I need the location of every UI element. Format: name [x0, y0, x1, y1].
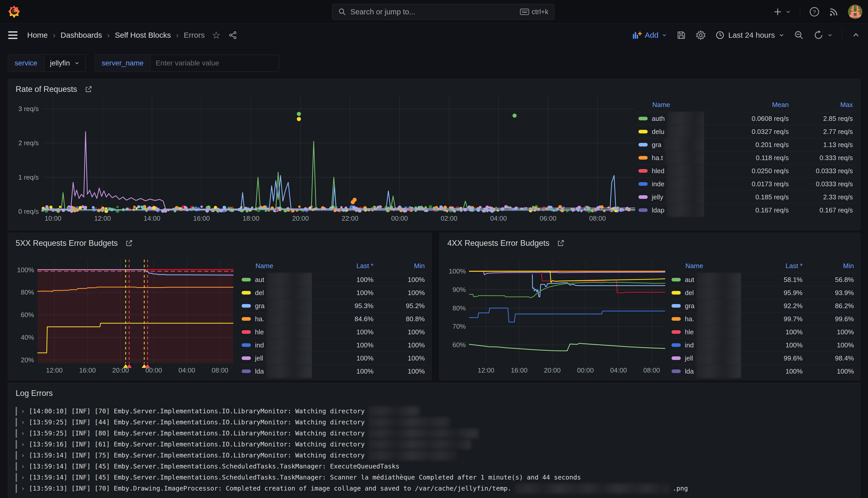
legend-row[interactable]: lda100%100%	[240, 365, 426, 378]
legend-series-swatch	[638, 208, 647, 212]
x-axis-tick-label: 12:00	[478, 366, 494, 374]
expand-log-icon[interactable]: ›	[21, 452, 25, 459]
time-range-picker[interactable]: Last 24 hours	[716, 30, 785, 40]
log-level-bar	[16, 451, 17, 460]
annotation-marker-icon[interactable]	[145, 364, 150, 368]
legend-row[interactable]: jell99.6%98.4%	[670, 352, 855, 365]
legend-value: 100%	[373, 276, 425, 284]
legend-row[interactable]: del95.9%93.9%	[670, 286, 855, 299]
legend-header-last[interactable]: Last *	[741, 262, 803, 270]
breadcrumb-item-dashboards[interactable]: Dashboards	[61, 31, 102, 40]
external-link-icon[interactable]	[557, 239, 565, 247]
annotation-marker-icon[interactable]	[127, 364, 132, 368]
legend-row[interactable]: auth0.0608 req/s2.85 req/s	[637, 112, 854, 125]
legend-row[interactable]: delu0.0327 req/s2.77 req/s	[637, 125, 854, 138]
log-line[interactable]: ›[13:59:25] [INF] [44] Emby.Server.Imple…	[16, 417, 852, 428]
log-line[interactable]: ›[14:00:10] [INF] [70] Emby.Server.Imple…	[16, 406, 852, 417]
add-panel-icon	[632, 31, 642, 40]
legend-header-mean[interactable]: Mean	[704, 101, 789, 109]
legend-header-last[interactable]: Last *	[312, 262, 373, 270]
add-panel-button[interactable]: Add	[632, 31, 667, 40]
legend-row[interactable]: gra0.201 req/s1.13 req/s	[637, 138, 854, 151]
legend-row[interactable]: ind100%100%	[240, 338, 426, 352]
grafana-logo-icon[interactable]	[7, 5, 21, 19]
legend-row[interactable]: ha.t0.118 req/s0.333 req/s	[637, 151, 854, 164]
expand-log-icon[interactable]: ›	[21, 408, 25, 415]
redacted-log-text	[368, 406, 419, 416]
expand-log-icon[interactable]: ›	[21, 441, 25, 448]
legend-row[interactable]: del100%100%	[240, 286, 426, 299]
expand-log-icon[interactable]: ›	[21, 419, 25, 426]
y-axis-tick-label: 80%	[453, 304, 466, 312]
expand-log-icon[interactable]: ›	[21, 430, 25, 437]
variable-service-label: service	[8, 54, 44, 72]
breadcrumb-item-home[interactable]: Home	[27, 31, 48, 40]
legend-header-name[interactable]: Name	[638, 101, 704, 109]
legend-row[interactable]: hle100%100%	[670, 325, 855, 338]
log-line[interactable]: ›[13:59:14] [INF] [45] Emby.Server.Imple…	[16, 461, 852, 472]
legend-row[interactable]: gra92.2%86.2%	[670, 299, 855, 312]
zoom-out-time-icon[interactable]	[794, 30, 804, 40]
x-axis-tick-label: 08:00	[212, 366, 228, 374]
legend-header-name[interactable]: Name	[671, 262, 741, 270]
legend-row[interactable]: gra95.3%95.2%	[240, 299, 426, 312]
help-button[interactable]: ?	[809, 6, 820, 17]
new-button[interactable]	[773, 7, 791, 17]
refresh-button[interactable]	[813, 30, 833, 40]
panel-title[interactable]: Log Errors	[16, 389, 53, 398]
expand-log-icon[interactable]: ›	[21, 474, 25, 481]
user-avatar[interactable]	[848, 5, 862, 19]
legend-row[interactable]: jell100%100%	[240, 352, 426, 365]
legend-value: 100%	[741, 341, 803, 349]
legend-value: 100%	[803, 328, 854, 336]
variable-service-select[interactable]: jellyfin	[44, 54, 86, 72]
legend-header-min[interactable]: Min	[373, 262, 425, 270]
share-icon[interactable]	[228, 30, 238, 40]
legend-row[interactable]: jelly0.185 req/s2.33 req/s	[637, 191, 854, 204]
legend-row[interactable]: ind100%100%	[670, 338, 855, 352]
legend-value: 100%	[312, 367, 373, 375]
legend-row[interactable]: hled0.0250 req/s0.0333 req/s	[637, 164, 854, 177]
panel-title[interactable]: Rate of Requests	[16, 85, 93, 94]
y-axis-tick-label: 90%	[453, 286, 466, 293]
legend-row[interactable]: aut100%100%	[240, 273, 426, 286]
kiosk-mode-icon[interactable]	[852, 31, 860, 40]
panel-title[interactable]: 4XX Requests Error Budgets	[448, 239, 565, 248]
legend-header-name[interactable]: Name	[242, 262, 312, 270]
legend-header-min[interactable]: Min	[803, 262, 854, 270]
legend-row[interactable]: ha.99.7%99.6%	[670, 312, 855, 325]
chevron-down-icon	[74, 60, 80, 66]
search-input[interactable]: Search or jump to... ctrl+k	[332, 4, 554, 20]
log-line[interactable]: ›[13:59:13] [INF] [70] Emby.Drawing.Imag…	[16, 483, 852, 494]
legend-row[interactable]: hle100%100%	[240, 325, 426, 338]
legend-header-max[interactable]: Max	[789, 101, 853, 109]
external-link-icon[interactable]	[125, 239, 133, 247]
log-level-bar	[16, 440, 17, 449]
log-text: [13:59:25] [INF] [44] Emby.Server.Implem…	[29, 418, 364, 426]
legend-series-swatch	[242, 343, 251, 347]
redacted-series-name	[697, 273, 741, 287]
save-dashboard-icon[interactable]	[677, 30, 686, 40]
log-line[interactable]: ›[13:59:14] [INF] [75] Emby.Server.Imple…	[16, 450, 852, 461]
dashboard-settings-icon[interactable]	[695, 30, 706, 41]
menu-toggle-icon[interactable]	[8, 31, 18, 40]
expand-log-icon[interactable]: ›	[21, 463, 25, 470]
series-line-aut	[469, 343, 665, 351]
legend-row[interactable]: ha.84.6%80.8%	[240, 312, 426, 325]
legend-row[interactable]: lda100%100%	[670, 365, 855, 378]
variable-server-name-input[interactable]	[150, 55, 279, 71]
legend-row[interactable]: aut58.1%56.8%	[670, 273, 855, 286]
log-line[interactable]: ›[13:59:14] [INF] [45] Emby.Server.Imple…	[16, 472, 852, 483]
favorite-star-icon[interactable]: ☆	[212, 29, 221, 41]
news-button[interactable]	[828, 6, 839, 17]
panel-title[interactable]: 5XX Requests Error Budgets	[16, 239, 133, 248]
external-link-icon[interactable]	[84, 85, 93, 93]
legend-row[interactable]: inde0.0173 req/s0.0333 req/s	[637, 177, 854, 191]
series-line-jelly	[42, 132, 635, 209]
legend-row[interactable]: ldap0.167 req/s0.167 req/s	[637, 204, 854, 217]
expand-log-icon[interactable]: ›	[21, 485, 25, 492]
breadcrumb-item-self-host-blocks[interactable]: Self Host Blocks	[115, 31, 171, 40]
log-line[interactable]: ›[13:59:25] [INF] [80] Emby.Server.Imple…	[16, 428, 852, 439]
log-level-bar	[16, 462, 17, 471]
log-line[interactable]: ›[13:59:16] [INF] [61] Emby.Server.Imple…	[16, 439, 852, 450]
